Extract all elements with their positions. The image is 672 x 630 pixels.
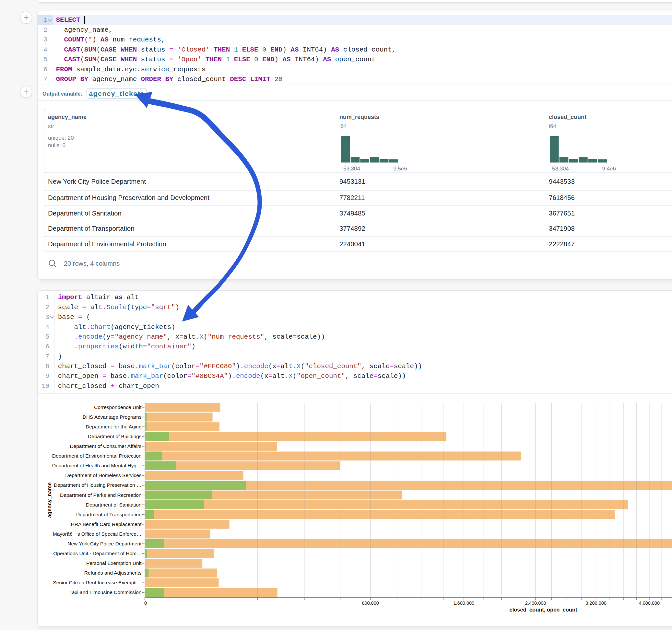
svg-text:Operations Unit - Department o: Operations Unit - Department of Hom… — [53, 551, 141, 556]
svg-text:1,600,000: 1,600,000 — [454, 601, 475, 606]
svg-text:Department of Homeless Service: Department of Homeless Services — [65, 472, 141, 478]
svg-text:Correspondence Unit: Correspondence Unit — [94, 405, 142, 410]
svg-text:Mayorâ€ s Office of Special En: Mayorâ€ s Office of Special Enforce… — [53, 531, 142, 537]
svg-text:2,400,000: 2,400,000 — [525, 601, 546, 606]
svg-text:DHS Advantage Programs: DHS Advantage Programs — [83, 414, 142, 420]
svg-text:Department of Environmental Pr: Department of Environmental Protection — [52, 453, 142, 459]
svg-text:9.5e6: 9.5e6 — [393, 166, 407, 172]
svg-text:53,304: 53,304 — [552, 166, 569, 172]
svg-text:New York City Police Departmen: New York City Police Department — [67, 541, 142, 547]
svg-text:HRA Benefit Card Replacement: HRA Benefit Card Replacement — [71, 522, 142, 527]
svg-text:Department of Consumer Affairs: Department of Consumer Affairs — [70, 443, 141, 449]
svg-text:Department of Transportation: Department of Transportation — [76, 512, 142, 517]
svg-text:Department of Health and Menta: Department of Health and Mental Hyg… — [52, 463, 142, 468]
svg-text:800,000: 800,000 — [362, 601, 379, 606]
svg-text:agency_name: agency_name — [46, 482, 52, 517]
svg-text:9.4e6: 9.4e6 — [602, 166, 616, 172]
svg-text:Department of Sanitation: Department of Sanitation — [86, 502, 141, 508]
svg-text:Department for the Aging: Department for the Aging — [86, 424, 141, 429]
svg-text:Senior Citizen Rent Increase E: Senior Citizen Rent Increase Exempti… — [53, 580, 141, 585]
svg-text:4,000,000: 4,000,000 — [639, 601, 660, 606]
svg-text:3,200,000: 3,200,000 — [585, 601, 606, 606]
svg-text:0: 0 — [144, 601, 147, 606]
svg-text:Department of Buildings: Department of Buildings — [88, 434, 142, 439]
svg-text:Refunds and Adjustments: Refunds and Adjustments — [84, 570, 142, 576]
svg-text:closed_count, open_count: closed_count, open_count — [509, 607, 577, 612]
svg-text:Department of Housing Preserva: Department of Housing Preservation … — [54, 482, 142, 488]
svg-text:53,304: 53,304 — [343, 166, 360, 172]
svg-text:Taxi and Limousine Commission: Taxi and Limousine Commission — [69, 589, 141, 595]
svg-text:Department of Parks and Recrea: Department of Parks and Recreation — [60, 492, 142, 498]
svg-text:Personal Exemption Unit: Personal Exemption Unit — [86, 560, 142, 566]
